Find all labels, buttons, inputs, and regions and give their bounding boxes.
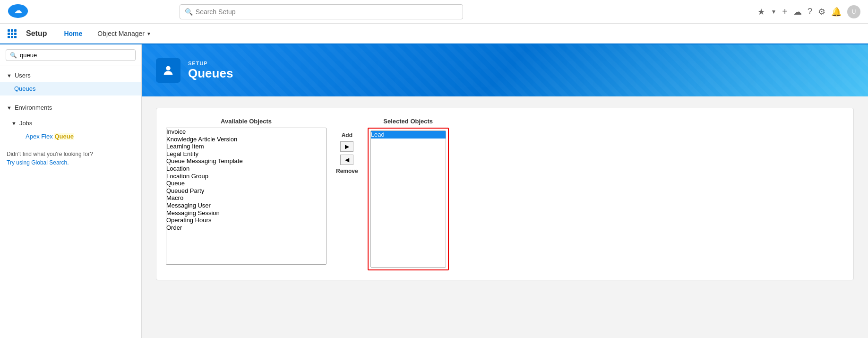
list-item[interactable]: Lead bbox=[371, 131, 446, 139]
list-item[interactable]: Queue bbox=[166, 180, 326, 187]
list-item[interactable]: Invoice bbox=[166, 128, 326, 136]
list-item[interactable]: Queued Party bbox=[166, 187, 326, 195]
banner-title: Queues bbox=[188, 66, 233, 81]
selected-objects-highlight-border: Lead bbox=[368, 128, 449, 270]
available-objects-label: Available Objects bbox=[166, 118, 327, 125]
setup-label: Setup bbox=[26, 29, 47, 38]
dropdown-icon[interactable]: ▼ bbox=[771, 9, 776, 15]
sidebar-section-environments-header[interactable]: ▼ Environments bbox=[0, 101, 141, 114]
tab-home[interactable]: Home bbox=[56, 24, 90, 44]
list-item[interactable]: Location Group bbox=[166, 173, 326, 180]
plus-icon[interactable]: + bbox=[782, 6, 788, 17]
add-button[interactable]: ▶ bbox=[340, 141, 353, 152]
selected-objects-listbox[interactable]: Lead bbox=[370, 130, 446, 268]
content-area: SETUP Queues Available Objects Invoice K… bbox=[142, 44, 868, 338]
tab-object-manager[interactable]: Object Manager ▼ bbox=[90, 24, 159, 44]
svg-text:☁: ☁ bbox=[14, 7, 22, 15]
list-item[interactable]: Macro bbox=[166, 194, 326, 202]
bell-icon[interactable]: 🔔 bbox=[831, 7, 842, 17]
available-objects-listbox[interactable]: Invoice Knowledge Article Version Learni… bbox=[166, 128, 327, 265]
sidebar-jobs-header[interactable]: ▼ Jobs bbox=[5, 117, 141, 130]
grid-icon bbox=[8, 29, 17, 38]
add-label: Add bbox=[342, 132, 352, 139]
add-remove-section: Add ▶ ◀ Remove bbox=[336, 118, 358, 174]
global-search-bar[interactable]: 🔍 bbox=[180, 4, 463, 19]
global-search-input[interactable] bbox=[196, 8, 458, 16]
list-item[interactable]: Operating Hours bbox=[166, 217, 326, 224]
users-section-label: Users bbox=[15, 72, 31, 79]
svg-point-2 bbox=[166, 66, 170, 70]
sidebar-section-jobs: ▼ Jobs Apex Flex Queue bbox=[0, 117, 141, 143]
search-icon: 🔍 bbox=[185, 8, 193, 16]
avatar-icon[interactable]: U bbox=[847, 5, 860, 18]
top-nav: ☁ 🔍 ★ ▼ + ☁ ? ⚙ 🔔 U bbox=[0, 0, 868, 24]
top-nav-actions: ★ ▼ + ☁ ? ⚙ 🔔 U bbox=[757, 5, 860, 18]
star-icon[interactable]: ★ bbox=[757, 7, 765, 17]
list-item[interactable]: Messaging User bbox=[166, 202, 326, 209]
selected-objects-label: Selected Objects bbox=[368, 118, 449, 125]
global-search-link[interactable]: Try using Global Search. bbox=[7, 159, 69, 166]
chevron-down-icon: ▼ bbox=[11, 121, 17, 126]
list-item[interactable]: Learning Item bbox=[166, 143, 326, 150]
remove-button[interactable]: ◀ bbox=[340, 155, 353, 165]
content-banner: SETUP Queues bbox=[142, 44, 868, 96]
salesforce-logo: ☁ bbox=[8, 4, 28, 20]
queues-icon bbox=[156, 58, 180, 83]
chevron-down-icon: ▼ bbox=[7, 73, 12, 78]
list-item[interactable]: Order bbox=[166, 224, 326, 232]
available-objects-section: Available Objects Invoice Knowledge Arti… bbox=[166, 118, 327, 265]
sidebar-search-wrap[interactable]: 🔍 bbox=[6, 49, 136, 61]
environments-section-label: Environments bbox=[15, 104, 52, 111]
objects-panel: Available Objects Invoice Knowledge Arti… bbox=[156, 108, 854, 280]
app-menu[interactable] bbox=[8, 29, 17, 38]
sidebar: 🔍 ▼ Users Queues ▼ Environments ▼ bbox=[0, 44, 142, 338]
question-icon[interactable]: ? bbox=[808, 7, 812, 17]
list-item[interactable]: Location bbox=[166, 165, 326, 173]
sidebar-section-environments: ▼ Environments bbox=[0, 98, 141, 117]
list-item[interactable]: Knowledge Article Version bbox=[166, 136, 326, 143]
global-search-note: Didn't find what you're looking for? Try… bbox=[0, 143, 141, 173]
list-item[interactable]: Messaging Session bbox=[166, 209, 326, 217]
main-layout: 🔍 ▼ Users Queues ▼ Environments ▼ bbox=[0, 44, 868, 338]
queue-content: Available Objects Invoice Knowledge Arti… bbox=[142, 96, 868, 292]
sidebar-item-apex-flex-queue[interactable]: Apex Flex Queue bbox=[5, 130, 141, 143]
sidebar-section-users: ▼ Users Queues bbox=[0, 66, 141, 98]
highlight-queue: Queue bbox=[54, 133, 73, 140]
sidebar-search-section: 🔍 bbox=[0, 44, 141, 66]
sidebar-search-icon: 🔍 bbox=[10, 52, 17, 59]
cloud-icon[interactable]: ☁ bbox=[793, 7, 802, 17]
jobs-section-label: Jobs bbox=[19, 120, 32, 127]
banner-text: SETUP Queues bbox=[188, 61, 233, 81]
secondary-nav: Setup Home Object Manager ▼ bbox=[0, 24, 868, 44]
chevron-down-icon: ▼ bbox=[146, 31, 151, 36]
remove-label: Remove bbox=[336, 168, 358, 174]
list-item[interactable]: Legal Entity bbox=[166, 150, 326, 158]
sidebar-search-input[interactable] bbox=[20, 52, 131, 59]
chevron-down-icon: ▼ bbox=[7, 105, 12, 111]
selected-objects-section: Selected Objects Lead bbox=[368, 118, 449, 270]
settings-icon[interactable]: ⚙ bbox=[818, 7, 825, 17]
sidebar-section-users-header[interactable]: ▼ Users bbox=[0, 69, 141, 82]
sidebar-item-queues[interactable]: Queues bbox=[0, 82, 141, 95]
banner-setup-label: SETUP bbox=[188, 61, 233, 66]
list-item[interactable]: Queue Messaging Template bbox=[166, 157, 326, 165]
